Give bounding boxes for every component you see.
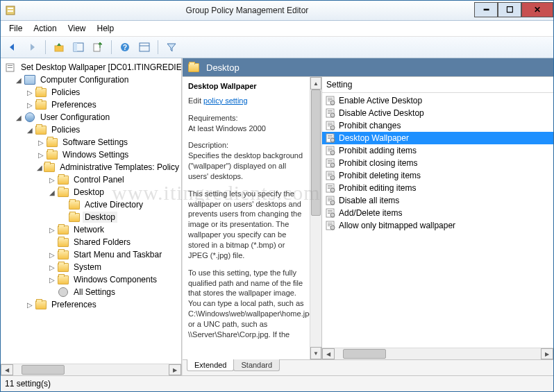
edit-policy-link[interactable]: policy setting — [203, 96, 248, 105]
setting-label: Add/Delete items — [339, 208, 402, 218]
collapse-icon[interactable]: ◢ — [37, 163, 42, 171]
tree-shared[interactable]: Shared Folders — [48, 236, 181, 248]
tab-extended[interactable]: Extended — [187, 359, 234, 371]
tree-wincomp[interactable]: ▷Windows Components — [48, 273, 181, 286]
tree-startmenu[interactable]: ▷Start Menu and Taskbar — [48, 248, 181, 261]
svg-rect-2 — [8, 10, 13, 12]
setting-row[interactable]: Allow only bitmapped wallpaper — [322, 219, 553, 232]
svg-text:?: ? — [123, 44, 127, 51]
list-hscrollbar[interactable]: ◀ ▶ — [322, 348, 553, 359]
scroll-right-icon[interactable]: ▶ — [169, 364, 181, 375]
folder-icon — [58, 224, 69, 235]
tree-system[interactable]: ▷System — [48, 261, 181, 273]
maximize-button[interactable]: ☐ — [498, 2, 521, 17]
scroll-thumb[interactable] — [343, 349, 386, 359]
expand-icon[interactable]: ▷ — [26, 88, 34, 96]
setting-icon — [325, 170, 336, 181]
expand-icon[interactable]: ▷ — [37, 151, 45, 159]
menu-file[interactable]: File — [3, 22, 28, 35]
description-p2: This setting lets you specify the wallpa… — [188, 189, 304, 261]
expand-icon[interactable]: ▷ — [48, 263, 56, 271]
expand-icon[interactable]: ▷ — [48, 176, 56, 184]
scroll-up-icon[interactable]: ▲ — [310, 77, 321, 90]
expand-icon[interactable]: ▷ — [26, 300, 34, 309]
collapse-icon[interactable]: ◢ — [15, 76, 23, 84]
setting-label: Prohibit changes — [339, 121, 401, 130]
tree-computer-config[interactable]: ◢Computer Configuration — [15, 74, 181, 86]
setting-row[interactable]: Prohibit editing items — [322, 182, 553, 194]
svg-rect-16 — [328, 99, 333, 100]
tree-allsettings[interactable]: All Settings — [48, 286, 181, 298]
tab-standard[interactable]: Standard — [233, 359, 280, 371]
policy-icon — [5, 62, 16, 73]
window-frame: Group Policy Management Editor ━ ☐ ✕ Fil… — [0, 0, 554, 392]
setting-row[interactable]: Add/Delete items — [322, 207, 553, 219]
tree-admin-templates[interactable]: ◢Administrative Templates: Policy — [37, 161, 181, 173]
gear-icon — [58, 287, 69, 298]
scroll-left-icon[interactable]: ◀ — [1, 364, 13, 375]
svg-rect-35 — [328, 148, 333, 148]
filter-button[interactable] — [162, 38, 181, 56]
settings-column-header[interactable]: Setting — [322, 77, 553, 93]
collapse-icon[interactable]: ◢ — [26, 126, 34, 134]
svg-rect-32 — [328, 138, 330, 139]
tree-uc-prefs[interactable]: ▷Preferences — [26, 298, 181, 311]
folder-icon — [35, 87, 47, 98]
expand-icon[interactable]: ▷ — [26, 101, 34, 109]
expand-icon[interactable]: ▷ — [48, 275, 56, 284]
tree-user-config[interactable]: ◢User Configuration — [15, 111, 181, 123]
menu-view[interactable]: View — [62, 22, 92, 35]
properties-button[interactable] — [135, 38, 153, 56]
back-button[interactable] — [3, 38, 22, 56]
collapse-icon[interactable]: ◢ — [48, 188, 56, 196]
tree-uc-policies[interactable]: ◢Policies — [26, 123, 181, 136]
setting-row[interactable]: Disable all items — [322, 194, 553, 207]
desc-vscrollbar[interactable]: ▲ ▼ — [310, 77, 321, 359]
app-icon — [5, 5, 16, 16]
up-button[interactable] — [50, 38, 68, 56]
tree-network[interactable]: ▷Network — [48, 223, 181, 236]
close-button[interactable]: ✕ — [521, 2, 553, 17]
tree-active-directory[interactable]: Active Directory — [59, 198, 181, 211]
setting-row[interactable]: Enable Active Desktop — [322, 94, 553, 107]
tree-software[interactable]: ▷Software Settings — [37, 136, 181, 148]
tree-desktop-sub[interactable]: Desktop — [59, 211, 181, 223]
scroll-right-icon[interactable]: ▶ — [541, 348, 553, 359]
tree-windows[interactable]: ▷Windows Settings — [37, 148, 181, 161]
tree-hscrollbar[interactable]: ◀ ▶ — [1, 364, 181, 375]
menu-action[interactable]: Action — [28, 22, 62, 35]
menu-help[interactable]: Help — [92, 22, 120, 35]
folder-icon — [69, 199, 80, 210]
tree-root[interactable]: Set Desktop Wallpaper [DC01.ITINGREDIENT… — [3, 61, 181, 74]
tree-desktop[interactable]: ◢Desktop — [48, 186, 181, 198]
minimize-button[interactable]: ━ — [474, 2, 498, 17]
show-hide-tree-button[interactable] — [69, 38, 87, 56]
svg-point-48 — [330, 176, 335, 180]
svg-rect-15 — [328, 98, 333, 99]
tree-control-panel[interactable]: ▷Control Panel — [48, 173, 181, 186]
export-button[interactable] — [89, 38, 107, 56]
setting-row[interactable]: Prohibit adding items — [322, 144, 553, 157]
folder-icon — [58, 249, 69, 260]
scroll-down-icon[interactable]: ▼ — [310, 347, 321, 359]
setting-row[interactable]: Disable Active Desktop — [322, 107, 553, 119]
scroll-thumb[interactable] — [22, 365, 65, 375]
tree-cc-prefs[interactable]: ▷Preferences — [26, 99, 181, 111]
settings-list[interactable]: Enable Active DesktopDisable Active Desk… — [322, 93, 553, 348]
forward-button[interactable] — [23, 38, 41, 56]
collapse-icon[interactable]: ◢ — [15, 113, 23, 121]
tree-cc-policies[interactable]: ▷Policies — [26, 86, 181, 99]
svg-rect-1 — [8, 8, 13, 9]
setting-row[interactable]: Prohibit deleting items — [322, 169, 553, 182]
help-button[interactable]: ? — [116, 38, 134, 56]
tree[interactable]: Set Desktop Wallpaper [DC01.ITINGREDIENT… — [1, 58, 181, 364]
expand-icon[interactable]: ▷ — [37, 138, 45, 146]
setting-row[interactable]: Desktop Wallpaper — [322, 132, 553, 144]
titlebar[interactable]: Group Policy Management Editor ━ ☐ ✕ — [1, 1, 553, 21]
scroll-thumb[interactable] — [311, 90, 321, 216]
expand-icon[interactable]: ▷ — [48, 250, 56, 259]
expand-icon[interactable]: ▷ — [48, 225, 56, 234]
setting-row[interactable]: Prohibit changes — [322, 119, 553, 132]
scroll-left-icon[interactable]: ◀ — [322, 348, 335, 359]
setting-row[interactable]: Prohibit closing items — [322, 157, 553, 169]
